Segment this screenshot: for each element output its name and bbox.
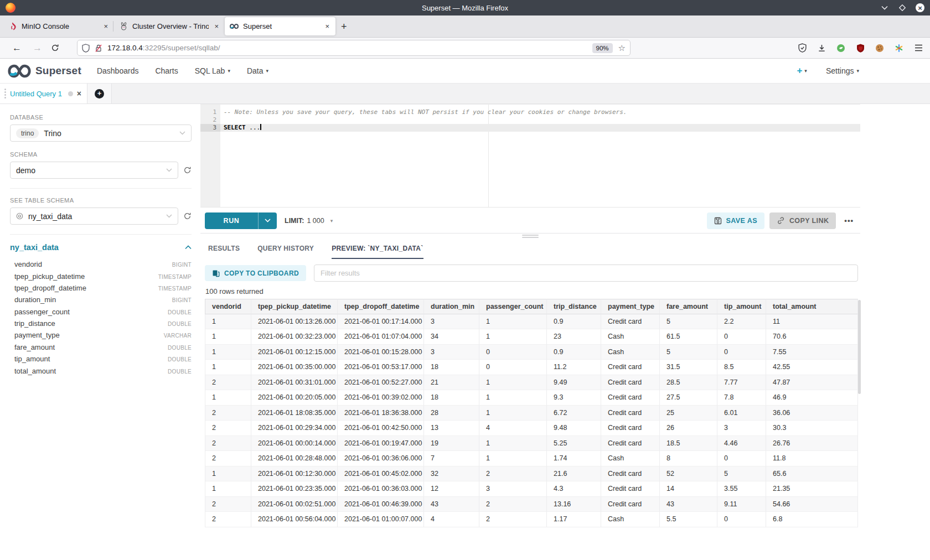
downloads-icon[interactable] xyxy=(817,43,826,53)
query-tab-active[interactable]: Untitled Query 1 × xyxy=(0,84,87,103)
resize-grip[interactable] xyxy=(522,235,539,238)
tab-close-icon[interactable]: × xyxy=(213,22,220,30)
schema-select[interactable]: demo xyxy=(10,162,178,179)
superset-brand[interactable]: Superset xyxy=(8,64,81,79)
table-row[interactable]: 12021-06-01 00:23:35.0002021-06-01 00:36… xyxy=(205,481,858,497)
nav-sql-lab[interactable]: SQL Lab▾ xyxy=(195,66,230,75)
column-row[interactable]: passenger_countDOUBLE xyxy=(10,306,192,318)
table-row[interactable]: 22021-06-01 00:56:04.0002021-06-01 01:00… xyxy=(205,512,858,527)
database-select[interactable]: trino Trino xyxy=(10,125,192,142)
header-cell[interactable]: payment_type xyxy=(601,299,660,314)
colorful-extension-icon[interactable] xyxy=(894,43,904,53)
header-cell[interactable]: fare_amount xyxy=(660,299,717,314)
column-row[interactable]: tpep_pickup_datetimeTIMESTAMP xyxy=(10,270,192,282)
table-row[interactable]: 22021-06-01 00:29:34.0002021-06-01 00:42… xyxy=(205,421,858,436)
more-options-icon[interactable]: ••• xyxy=(841,216,857,225)
table-cell: 26 xyxy=(660,421,717,436)
trino-favicon xyxy=(119,22,128,31)
header-cell[interactable]: tpep_dropoff_datetime xyxy=(338,299,424,314)
column-row[interactable]: payment_typeVARCHAR xyxy=(10,329,192,341)
table-schema-card-header[interactable]: ny_taxi_data xyxy=(10,243,192,252)
column-row[interactable]: tpep_dropoff_datetimeTIMESTAMP xyxy=(10,282,192,294)
browser-tab-minio[interactable]: MinIO Console × xyxy=(3,17,114,35)
column-row[interactable]: total_amountDOUBLE xyxy=(10,365,192,376)
protections-shield-icon[interactable] xyxy=(797,43,807,53)
menu-hamburger-icon[interactable] xyxy=(913,43,923,53)
forward-button[interactable]: → xyxy=(33,43,42,54)
limit-dropdown[interactable]: LIMIT: 1 000 ▾ xyxy=(285,217,333,225)
copy-to-clipboard-button[interactable]: COPY TO CLIPBOARD xyxy=(205,265,306,281)
header-cell[interactable]: duration_min xyxy=(424,299,479,314)
table-row[interactable]: 12021-06-01 00:35:00.0002021-06-01 00:53… xyxy=(205,360,858,375)
window-close-icon[interactable]: × xyxy=(916,3,924,12)
nav-charts[interactable]: Charts xyxy=(155,66,178,75)
filter-results-input[interactable] xyxy=(314,265,858,282)
chevron-up-icon[interactable] xyxy=(185,245,192,250)
drag-handle-icon[interactable] xyxy=(4,89,6,98)
column-row[interactable]: duration_minBIGINT xyxy=(10,294,192,305)
query-tab-close-icon[interactable]: × xyxy=(77,89,81,98)
table-select[interactable]: ny_taxi_data xyxy=(10,208,178,225)
results-tab-preview-ny-taxi-data[interactable]: PREVIEW: `NY_TAXI_DATA` xyxy=(332,245,423,259)
window-maximize-icon[interactable] xyxy=(898,3,907,12)
table-row[interactable]: 22021-06-01 00:28:48.0002021-06-01 00:36… xyxy=(205,451,858,466)
url-bar[interactable]: 172.18.0.4:32295/superset/sqllab/ 90% ☆ xyxy=(77,40,631,56)
extension-green-icon[interactable] xyxy=(836,43,846,53)
column-row[interactable]: fare_amountDOUBLE xyxy=(10,341,192,353)
ublock-icon[interactable] xyxy=(855,43,865,53)
table-row[interactable]: 22021-06-01 00:02:51.0002021-06-01 00:46… xyxy=(205,497,858,512)
window-minimize-icon[interactable] xyxy=(880,3,889,12)
column-list: vendoridBIGINTtpep_pickup_datetimeTIMEST… xyxy=(10,258,192,377)
editor-line[interactable]: 3SELECT ... xyxy=(200,124,860,132)
new-item-button[interactable]: +▾ xyxy=(797,65,807,76)
results-tab-results[interactable]: RESULTS xyxy=(208,245,240,259)
column-row[interactable]: vendoridBIGINT xyxy=(10,258,192,270)
settings-menu[interactable]: Settings▾ xyxy=(826,66,859,75)
table-row[interactable]: 12021-06-01 00:12:30.0002021-06-01 00:45… xyxy=(205,466,858,482)
header-cell[interactable]: vendorid xyxy=(205,299,251,314)
cookie-extension-icon[interactable] xyxy=(875,43,885,53)
table-row[interactable]: 22021-06-01 00:00:14.0002021-06-01 00:19… xyxy=(205,436,858,452)
bookmark-star-icon[interactable]: ☆ xyxy=(618,43,626,53)
table-row[interactable]: 12021-06-01 00:32:23.0002021-06-01 01:07… xyxy=(205,329,858,345)
table-row[interactable]: 22021-06-01 18:08:35.0002021-06-01 18:36… xyxy=(205,406,858,421)
run-button-label[interactable]: RUN xyxy=(205,212,258,229)
table-row[interactable]: 12021-06-01 00:20:05.0002021-06-01 00:39… xyxy=(205,390,858,406)
back-button[interactable]: ← xyxy=(12,43,22,54)
add-query-tab-button[interactable]: + xyxy=(95,89,104,98)
sidebar-divider xyxy=(10,234,192,235)
run-query-button[interactable]: RUN xyxy=(205,212,277,229)
browser-tab-trino[interactable]: Cluster Overview - Trino × xyxy=(114,17,225,35)
header-cell[interactable]: total_amount xyxy=(766,299,858,314)
copy-link-button[interactable]: COPY LINK xyxy=(769,212,836,229)
nav-data[interactable]: Data▾ xyxy=(247,66,268,75)
lock-insecure-icon[interactable] xyxy=(95,44,102,53)
header-cell[interactable]: tpep_pickup_datetime xyxy=(251,299,338,314)
browser-tab-superset[interactable]: Superset × xyxy=(225,17,335,35)
table-row[interactable]: 12021-06-01 00:12:15.0002021-06-01 00:15… xyxy=(205,345,858,360)
tab-close-icon[interactable]: × xyxy=(324,22,330,30)
zoom-level-badge[interactable]: 90% xyxy=(592,43,613,53)
column-row[interactable]: tip_amountDOUBLE xyxy=(10,353,192,365)
header-cell[interactable]: tip_amount xyxy=(717,299,766,314)
editor-line[interactable]: 1-- Note: Unless you save your query, th… xyxy=(200,108,860,116)
refresh-schema-icon[interactable] xyxy=(183,166,192,174)
new-tab-button[interactable]: + xyxy=(341,21,347,33)
table-row[interactable]: 22021-06-01 00:31:01.0002021-06-01 00:52… xyxy=(205,375,858,391)
reload-button[interactable] xyxy=(51,44,59,52)
refresh-table-icon[interactable] xyxy=(183,212,192,220)
run-options-caret[interactable] xyxy=(258,212,277,229)
sql-editor[interactable]: 1-- Note: Unless you save your query, th… xyxy=(200,104,860,208)
editor-line[interactable]: 2 xyxy=(200,116,860,124)
results-tab-query-history[interactable]: QUERY HISTORY xyxy=(257,245,314,259)
browser-navbar: ← → 172.18.0.4:32295/superset/sqllab/ 90… xyxy=(0,38,930,59)
table-row[interactable]: 12021-06-01 00:13:26.0002021-06-01 00:17… xyxy=(205,314,858,330)
tab-close-icon[interactable]: × xyxy=(102,22,109,30)
nav-dashboards[interactable]: Dashboards xyxy=(97,66,139,75)
header-cell[interactable]: trip_distance xyxy=(547,299,601,314)
save-as-button[interactable]: SAVE AS xyxy=(707,212,764,229)
header-cell[interactable]: passenger_count xyxy=(479,299,547,314)
shield-icon[interactable] xyxy=(82,44,90,53)
results-scrollbar[interactable] xyxy=(858,300,861,394)
column-row[interactable]: trip_distanceDOUBLE xyxy=(10,318,192,329)
